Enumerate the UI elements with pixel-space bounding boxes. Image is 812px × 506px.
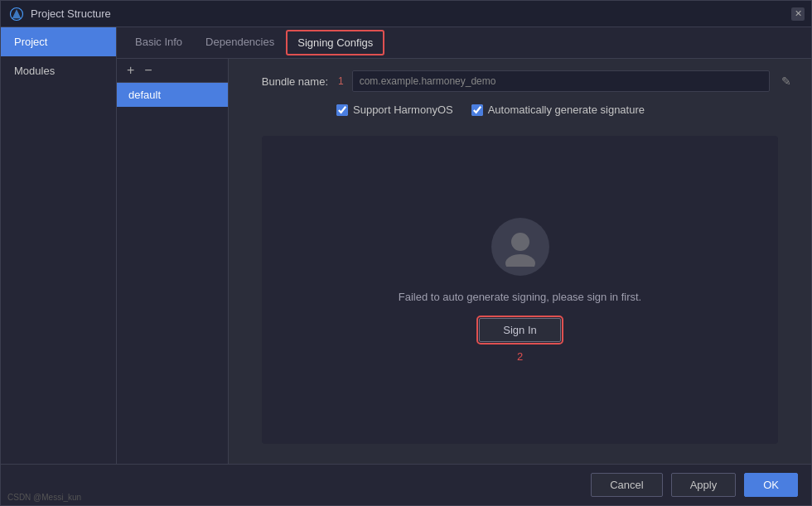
checkboxes-row: Support HarmonyOS Automatically generate… xyxy=(336,104,795,116)
watermark: CSDN @Messi_kun xyxy=(7,493,81,502)
config-list-items: default xyxy=(117,83,228,464)
dialog-title: Project Structure xyxy=(31,7,111,20)
bundle-name-label: Bundle name: xyxy=(245,75,328,88)
signin-message: Failed to auto generate signing, please … xyxy=(399,291,641,303)
support-harmonyos-checkbox[interactable] xyxy=(336,104,348,116)
support-harmonyos-label[interactable]: Support HarmonyOS xyxy=(336,104,453,116)
config-body: + − default Bundle name: 1 xyxy=(117,59,811,464)
user-avatar-icon xyxy=(491,218,549,276)
sidebar-item-project[interactable]: Project xyxy=(1,27,116,56)
ok-button[interactable]: OK xyxy=(744,473,798,497)
sidebar: Project Modules xyxy=(1,27,117,464)
title-bar-left: Project Structure xyxy=(9,7,111,22)
config-item-default[interactable]: default xyxy=(117,83,228,107)
avatar-svg xyxy=(500,227,540,267)
tab-signing-configs[interactable]: Signing Configs xyxy=(286,30,384,55)
auto-signature-label[interactable]: Automatically generate signature xyxy=(471,104,645,116)
apply-button[interactable]: Apply xyxy=(671,473,737,497)
title-bar: Project Structure ✕ xyxy=(1,1,811,27)
config-list-panel: + − default xyxy=(117,59,229,464)
cancel-button[interactable]: Cancel xyxy=(591,473,662,497)
right-panel: Basic Info Dependencies Signing Configs … xyxy=(117,27,811,464)
dialog-footer: Cancel Apply OK xyxy=(1,464,811,505)
add-config-button[interactable]: + xyxy=(125,64,136,77)
bundle-name-input[interactable] xyxy=(352,70,770,92)
bundle-edit-button[interactable]: ✎ xyxy=(778,73,795,89)
sign-in-button[interactable]: Sign In xyxy=(479,318,560,342)
tab-dependencies[interactable]: Dependencies xyxy=(194,29,286,56)
bundle-name-row: Bundle name: 1 ✎ xyxy=(245,70,795,92)
svg-point-1 xyxy=(511,233,529,251)
sidebar-item-modules[interactable]: Modules xyxy=(1,56,116,85)
auto-signature-checkbox[interactable] xyxy=(471,104,483,116)
svg-point-2 xyxy=(505,254,535,267)
config-list-toolbar: + − xyxy=(117,59,228,83)
tabs-bar: Basic Info Dependencies Signing Configs xyxy=(117,27,811,59)
close-button[interactable]: ✕ xyxy=(791,7,805,21)
config-details: Bundle name: 1 ✎ Support HarmonyOS xyxy=(229,59,811,464)
app-logo-icon xyxy=(9,7,24,22)
signin-badge: 2 xyxy=(517,350,523,363)
main-content: Project Modules Basic Info Dependencies … xyxy=(1,27,811,464)
dialog-window: Project Structure ✕ Project Modules Basi… xyxy=(0,0,812,506)
signin-area: Failed to auto generate signing, please … xyxy=(262,136,778,444)
remove-config-button[interactable]: − xyxy=(143,64,153,77)
bundle-badge: 1 xyxy=(338,75,344,87)
tab-basic-info[interactable]: Basic Info xyxy=(123,29,194,56)
